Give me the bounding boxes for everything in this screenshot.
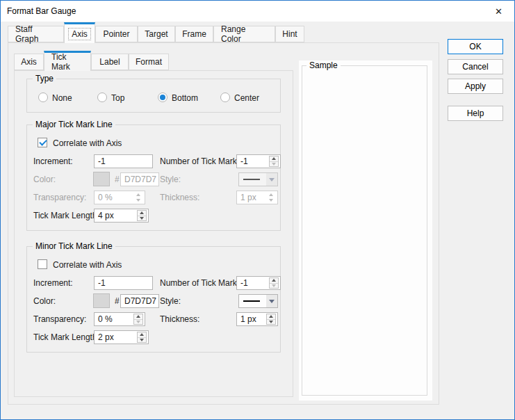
tab-hint[interactable]: Hint (275, 26, 304, 42)
spinner-buttons (269, 156, 279, 167)
spinner-buttons (133, 314, 143, 325)
spin-up-button[interactable] (270, 278, 278, 284)
tab-label: Axis (21, 57, 37, 67)
radio-none[interactable] (38, 92, 48, 102)
major-transparency-label: Transparency: (33, 193, 86, 203)
chevron-down-icon (266, 173, 277, 186)
minor-num-ticks-spinner[interactable]: -1 (236, 276, 281, 290)
format-bar-gauge-dialog: Format Bar Gauge ✕ Staff Graph Axis Poin… (0, 0, 515, 420)
minor-increment-input[interactable]: -1 (94, 276, 153, 290)
major-color-label: Color: (33, 175, 56, 185)
tab-range-color[interactable]: Range Color (213, 26, 275, 42)
close-icon: ✕ (495, 6, 502, 17)
chevron-down-icon (266, 295, 277, 307)
spin-down-button (266, 197, 276, 203)
spin-down-button[interactable] (270, 162, 278, 167)
tab-frame[interactable]: Frame (175, 26, 213, 42)
spin-down-button (133, 197, 143, 203)
spinner-value: -1 (240, 277, 248, 289)
spinner-buttons (266, 192, 276, 203)
button-label: Apply (465, 81, 486, 91)
close-button[interactable]: ✕ (483, 1, 514, 22)
button-label: Cancel (462, 62, 488, 72)
major-color-hex-input: D7D7D7 (120, 172, 159, 186)
type-group: Type None Top Bottom Center (26, 79, 281, 113)
apply-button[interactable]: Apply (448, 79, 503, 94)
cancel-button[interactable]: Cancel (448, 59, 503, 74)
minor-increment-label: Increment: (33, 278, 73, 289)
spinner-value: 2 px (98, 331, 114, 344)
minor-correlate-label: Correlate with Axis (53, 260, 122, 270)
minor-style-label: Style: (160, 296, 181, 307)
spin-down-button[interactable] (138, 216, 146, 221)
minor-transparency-label: Transparency: (33, 314, 86, 325)
minor-color-hex-input[interactable]: D7D7D7 (120, 294, 159, 308)
minor-transparency-spinner[interactable]: 0 % (94, 312, 145, 326)
spin-down-button[interactable] (267, 320, 275, 325)
major-style-label: Style: (160, 175, 181, 185)
major-num-ticks-spinner[interactable]: -1 (236, 154, 281, 168)
major-tick-length-spinner[interactable]: 4 px (94, 209, 149, 223)
major-increment-input[interactable]: -1 (94, 154, 153, 168)
spinner-buttons (137, 332, 147, 343)
spinner-buttons (133, 192, 143, 203)
spin-down-button[interactable] (270, 284, 278, 289)
spin-up-button[interactable] (270, 156, 278, 162)
major-group-title: Major Tick Mark Line (33, 120, 115, 129)
tab-label: Axis (68, 28, 91, 40)
minor-correlate-checkbox[interactable] (38, 259, 47, 269)
minor-thickness-spinner[interactable]: 1 px (236, 312, 278, 326)
minor-color-swatch[interactable] (93, 293, 110, 308)
subtab-tick-mark[interactable]: Tick Mark (44, 51, 91, 71)
tab-pointer[interactable]: Pointer (95, 26, 138, 42)
spin-up-button[interactable] (267, 314, 275, 320)
help-button[interactable]: Help (448, 106, 503, 121)
spinner-buttons (266, 314, 276, 325)
ok-button[interactable]: OK (448, 39, 503, 54)
spin-down-button[interactable] (134, 320, 142, 325)
type-group-title: Type (33, 74, 56, 83)
spin-up-button[interactable] (138, 332, 146, 338)
radio-bottom[interactable] (158, 92, 167, 102)
sample-group: Sample (302, 65, 427, 396)
tab-target[interactable]: Target (138, 26, 175, 42)
radio-none-label: None (52, 93, 72, 104)
major-num-ticks-label: Number of Tick Marks: (160, 156, 243, 167)
tab-staff-graph[interactable]: Staff Graph (8, 26, 64, 42)
minor-style-dropdown[interactable] (238, 294, 278, 308)
subtab-axis[interactable]: Axis (14, 54, 44, 70)
spin-down-button[interactable] (138, 338, 146, 343)
subtab-format[interactable]: Format (129, 54, 169, 70)
radio-bottom-label: Bottom (172, 93, 198, 104)
radio-top-label: Top (111, 93, 124, 104)
minor-tick-length-spinner[interactable]: 2 px (94, 330, 149, 344)
minor-group-title: Minor Tick Mark Line (33, 241, 115, 251)
hash-sign: # (115, 175, 120, 185)
major-correlate-checkbox[interactable] (38, 138, 47, 147)
tab-label: Hint (282, 29, 297, 39)
button-label: OK (469, 42, 481, 51)
line-style-preview (243, 179, 260, 180)
tab-label: Target (145, 29, 167, 39)
input-value: -1 (98, 278, 106, 288)
tab-label: Frame (182, 29, 206, 39)
hash-sign: # (115, 296, 120, 307)
sample-group-title: Sample (306, 60, 341, 70)
major-increment-label: Increment: (33, 156, 73, 167)
spin-up-button[interactable] (134, 314, 142, 320)
radio-center[interactable] (220, 92, 230, 102)
radio-top[interactable] (97, 92, 107, 102)
major-tick-mark-group: Major Tick Mark Line Correlate with Axis… (26, 124, 281, 231)
tab-label: Tick Mark (51, 52, 83, 72)
spin-up-button[interactable] (138, 211, 146, 216)
major-correlate-label: Correlate with Axis (53, 138, 122, 149)
tab-axis[interactable]: Axis (64, 22, 95, 43)
window-title: Format Bar Gauge (7, 1, 76, 22)
button-label: Help (467, 108, 484, 118)
input-value: D7D7D7 (124, 296, 156, 306)
tab-label: Range Color (221, 24, 268, 44)
subtab-label[interactable]: Label (91, 54, 129, 70)
major-thickness-label: Thickness: (160, 193, 199, 203)
major-color-swatch (93, 172, 110, 186)
minor-tick-mark-group: Minor Tick Mark Line Correlate with Axis… (26, 246, 281, 353)
